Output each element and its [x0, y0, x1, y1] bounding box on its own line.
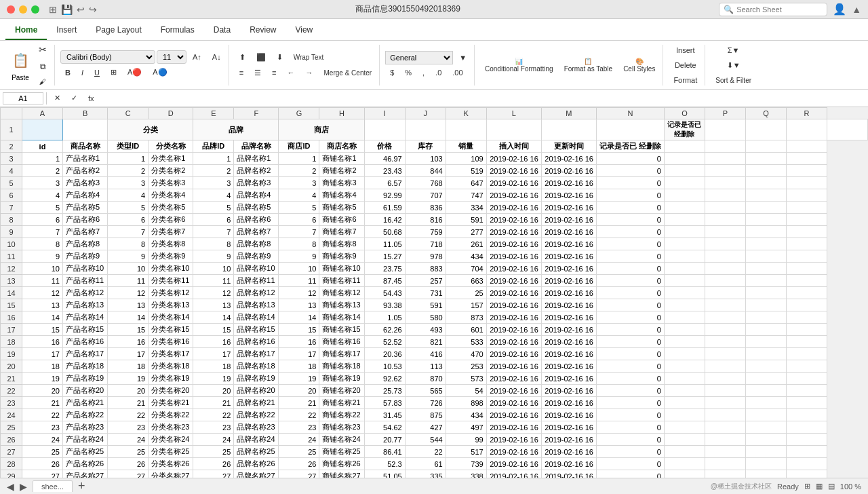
- col-header-a[interactable]: A: [22, 108, 63, 119]
- cell-a12[interactable]: 10: [22, 263, 63, 275]
- cell-j12[interactable]: 883: [405, 263, 446, 275]
- cell-l2[interactable]: 插入时间: [486, 140, 541, 153]
- cell-d22[interactable]: 分类名称20: [149, 385, 193, 397]
- cell-l28[interactable]: 2019-02-16 16: [486, 458, 541, 470]
- cell-p15[interactable]: [705, 299, 745, 311]
- cell-11-1[interactable]: [486, 119, 541, 140]
- cell-d8[interactable]: 分类名称6: [149, 214, 193, 226]
- cell-r20[interactable]: [786, 360, 827, 373]
- cell-g3[interactable]: 1: [279, 153, 319, 165]
- cell-h25[interactable]: 商铺名称23: [319, 421, 364, 434]
- cell-j22[interactable]: 565: [405, 385, 446, 397]
- format-button[interactable]: Format: [669, 73, 702, 87]
- cell-k29[interactable]: 338: [446, 470, 486, 478]
- row-header[interactable]: 11: [1, 250, 22, 263]
- cell-l21[interactable]: 2019-02-16 16: [486, 373, 541, 385]
- cell-e27[interactable]: 25: [193, 446, 234, 458]
- cell-j20[interactable]: 113: [405, 360, 446, 373]
- cell-l18[interactable]: 2019-02-16 16: [486, 336, 541, 348]
- cell-p13[interactable]: [705, 275, 745, 287]
- cell-j28[interactable]: 61: [405, 458, 446, 470]
- cell-e29[interactable]: 27: [193, 470, 234, 478]
- cell-j10[interactable]: 718: [405, 238, 446, 250]
- cell-a26[interactable]: 24: [22, 434, 63, 446]
- cell-k14[interactable]: 25: [446, 287, 486, 299]
- tab-formulas[interactable]: Formulas: [151, 22, 204, 40]
- cell-k26[interactable]: 99: [446, 434, 486, 446]
- row-header[interactable]: 8: [1, 214, 22, 226]
- cell-c24[interactable]: 22: [108, 409, 149, 421]
- cell-f19[interactable]: 品牌名称17: [234, 348, 279, 360]
- cell-i29[interactable]: 51.05: [364, 470, 405, 478]
- cell-h28[interactable]: 商铺名称26: [319, 458, 364, 470]
- cell-r6[interactable]: [786, 189, 827, 202]
- cell-i12[interactable]: 23.75: [364, 263, 405, 275]
- cell-d11[interactable]: 分类名称9: [149, 250, 193, 263]
- cell-d19[interactable]: 分类名称17: [149, 348, 193, 360]
- cell-o17[interactable]: [664, 324, 705, 336]
- cell-p3[interactable]: [705, 153, 745, 165]
- cell-q22[interactable]: [745, 385, 786, 397]
- cell-c10[interactable]: 8: [108, 238, 149, 250]
- cell-m8[interactable]: 2019-02-16 16: [541, 214, 596, 226]
- italic-button[interactable]: I: [77, 66, 88, 79]
- cell-l27[interactable]: 2019-02-16 16: [486, 446, 541, 458]
- cell-j11[interactable]: 978: [405, 250, 446, 263]
- cell-g29[interactable]: 27: [279, 470, 319, 478]
- cell-m3[interactable]: 2019-02-16 16: [541, 153, 596, 165]
- cell-a23[interactable]: 21: [22, 397, 63, 409]
- align-right-button[interactable]: ≡: [267, 66, 281, 79]
- row-header[interactable]: 4: [1, 165, 22, 177]
- row-header[interactable]: 2: [1, 140, 22, 153]
- cell-i18[interactable]: 52.52: [364, 336, 405, 348]
- cell-p27[interactable]: [705, 446, 745, 458]
- cell-n22[interactable]: 0: [596, 385, 664, 397]
- cell-g2[interactable]: 商店ID: [279, 140, 319, 153]
- maximize-button[interactable]: [31, 5, 39, 14]
- cell-q28[interactable]: [745, 458, 786, 470]
- cell-l29[interactable]: 2019-02-16 16: [486, 470, 541, 478]
- cell-d13[interactable]: 分类名称11: [149, 275, 193, 287]
- cell-r18[interactable]: [786, 336, 827, 348]
- cell-f20[interactable]: 品牌名称18: [234, 360, 279, 373]
- cell-b20[interactable]: 产品名称18: [63, 360, 108, 373]
- cell-n26[interactable]: 0: [596, 434, 664, 446]
- cell-m26[interactable]: 2019-02-16 16: [541, 434, 596, 446]
- cell-a13[interactable]: 11: [22, 275, 63, 287]
- cell-f14[interactable]: 品牌名称12: [234, 287, 279, 299]
- increase-font-button[interactable]: A↑: [188, 50, 206, 64]
- cell-b3[interactable]: 产品名称1: [63, 153, 108, 165]
- cell-h26[interactable]: 商铺名称24: [319, 434, 364, 446]
- cell-g20[interactable]: 18: [279, 360, 319, 373]
- cell-h13[interactable]: 商铺名称11: [319, 275, 364, 287]
- cell-q26[interactable]: [745, 434, 786, 446]
- cell-f17[interactable]: 品牌名称15: [234, 324, 279, 336]
- cell-r7[interactable]: [786, 202, 827, 214]
- indent-increase-button[interactable]: →: [301, 66, 318, 79]
- cell-k21[interactable]: 573: [446, 373, 486, 385]
- cell-p9[interactable]: [705, 226, 745, 238]
- col-header-m[interactable]: M: [541, 108, 596, 119]
- cell-b7[interactable]: 产品名称5: [63, 202, 108, 214]
- cell-j7[interactable]: 836: [405, 202, 446, 214]
- cell-n17[interactable]: 0: [596, 324, 664, 336]
- cell-k11[interactable]: 434: [446, 250, 486, 263]
- cell-o15[interactable]: [664, 299, 705, 311]
- cell-l14[interactable]: 2019-02-16 16: [486, 287, 541, 299]
- cell-o21[interactable]: [664, 373, 705, 385]
- cell-l23[interactable]: 2019-02-16 16: [486, 397, 541, 409]
- cell-m14[interactable]: 2019-02-16 16: [541, 287, 596, 299]
- cell-c26[interactable]: 24: [108, 434, 149, 446]
- cell-l15[interactable]: 2019-02-16 16: [486, 299, 541, 311]
- number-format-select[interactable]: General: [385, 51, 453, 64]
- cell-f29[interactable]: 品牌名称27: [234, 470, 279, 478]
- row-header[interactable]: 7: [1, 202, 22, 214]
- cell-f9[interactable]: 品牌名称7: [234, 226, 279, 238]
- cell-p11[interactable]: [705, 250, 745, 263]
- cell-o29[interactable]: [664, 470, 705, 478]
- cell-e23[interactable]: 21: [193, 397, 234, 409]
- cell-j15[interactable]: 591: [405, 299, 446, 311]
- cell-b8[interactable]: 产品名称6: [63, 214, 108, 226]
- cell-b14[interactable]: 产品名称12: [63, 287, 108, 299]
- row-header[interactable]: 20: [1, 360, 22, 373]
